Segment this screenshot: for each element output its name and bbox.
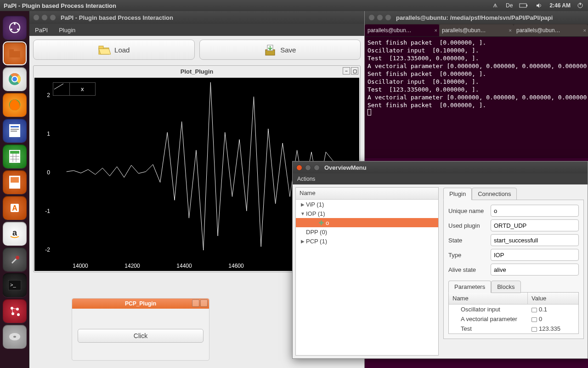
window-titlebar[interactable]: PaPI - Plugin based Process Interaction — [29, 11, 364, 24]
maximize-icon[interactable] — [200, 299, 208, 307]
svg-rect-19 — [11, 131, 17, 132]
alive-label: Alive state — [448, 266, 491, 273]
svg-text:>_: >_ — [10, 282, 16, 288]
alive-field[interactable] — [491, 264, 579, 276]
tree-header[interactable]: Name — [296, 188, 438, 200]
tree-item[interactable]: DPP (0) — [296, 227, 438, 236]
terminal-icon[interactable]: >_ — [3, 273, 27, 297]
svg-point-6 — [11, 29, 12, 30]
close-icon[interactable]: × — [435, 28, 437, 33]
plot-title: Plot_Plugin — [181, 68, 214, 75]
unity-top-panel: PaPI - Plugin based Process Interaction … — [0, 0, 588, 11]
svg-rect-3 — [580, 3, 581, 5]
settings-icon[interactable] — [3, 247, 27, 271]
svg-rect-43 — [99, 46, 103, 49]
pcp-title: PCP_Plugin — [125, 300, 156, 307]
disk-icon[interactable] — [3, 325, 27, 349]
chrome-icon[interactable] — [3, 67, 27, 91]
window-controls[interactable] — [296, 165, 320, 171]
menu-actions[interactable]: Actions — [297, 176, 315, 182]
window-controls[interactable] — [33, 14, 56, 21]
unique-name-label: Unique name — [448, 207, 491, 214]
save-label: Save — [280, 46, 296, 54]
table-row[interactable]: A vectorial parameter0 — [449, 314, 578, 324]
tab-parameters[interactable]: Parameters — [448, 281, 491, 293]
parameters-table: NameValue Oscillator input0.1A vectorial… — [448, 292, 579, 334]
table-row[interactable]: Oscillator input0.1 — [449, 305, 578, 314]
unique-name-field[interactable] — [491, 205, 579, 217]
svg-point-37 — [17, 313, 20, 316]
svg-text:A: A — [12, 204, 17, 212]
overview-menubar: Actions — [293, 173, 588, 184]
session-icon[interactable] — [577, 2, 584, 9]
overview-window: OverviewMenu Actions Name ▶ViP (1)▼IOP (… — [292, 161, 588, 359]
save-button[interactable]: Save — [199, 40, 361, 60]
keyboard-layout[interactable]: De — [506, 2, 513, 9]
click-button[interactable]: Click — [78, 329, 204, 343]
dash-icon[interactable] — [3, 16, 27, 40]
svg-rect-21 — [10, 151, 19, 154]
type-field[interactable] — [491, 249, 579, 261]
calc-icon[interactable] — [3, 144, 27, 168]
firefox-icon[interactable] — [3, 93, 27, 117]
tree-item[interactable]: ▼IOP (1) — [296, 209, 438, 218]
used-plugin-label: Used plugin — [448, 222, 491, 229]
terminal-output[interactable]: Sent finish packet [0.000000, ]. Oscilla… — [365, 37, 588, 119]
window-controls[interactable] — [368, 14, 391, 21]
files-icon[interactable] — [3, 41, 27, 65]
battery-icon[interactable] — [519, 3, 529, 8]
unity-launcher: A a >_ — [0, 11, 29, 368]
col-name[interactable]: Name — [449, 293, 528, 304]
svg-rect-27 — [11, 177, 19, 183]
close-icon[interactable]: × — [509, 28, 512, 33]
minimize-icon[interactable] — [192, 299, 199, 307]
tree-item[interactable]: ▶ViP (1) — [296, 200, 438, 209]
terminal-titlebar[interactable]: parallels@ubuntu: /media/psf/Home/svn/Pa… — [365, 11, 588, 24]
load-button[interactable]: Load — [33, 40, 195, 60]
svg-rect-18 — [11, 129, 19, 130]
state-field[interactable] — [491, 234, 579, 246]
clock[interactable]: 2:46 AM — [549, 2, 571, 9]
terminal-tab[interactable]: parallels@ubun…× — [514, 24, 588, 36]
terminal-tabs: parallels@ubun…× parallels@ubun…× parall… — [365, 24, 588, 37]
volume-icon[interactable] — [536, 2, 543, 9]
table-row[interactable]: Test123.335 — [449, 324, 578, 334]
tree-item[interactable]: ▶PCP (1) — [296, 236, 438, 246]
svg-rect-0 — [520, 4, 526, 7]
plugin-tree: Name ▶ViP (1)▼IOP (1)✚oDPP (0)▶PCP (1) — [295, 187, 439, 356]
tab-plugin[interactable]: Plugin — [443, 188, 472, 200]
col-value[interactable]: Value — [528, 293, 578, 304]
maximize-icon[interactable]: ▢ — [351, 67, 358, 75]
svg-rect-1 — [526, 5, 527, 6]
menu-papi[interactable]: PaPI — [29, 27, 53, 34]
load-label: Load — [114, 46, 130, 54]
svg-rect-9 — [9, 49, 14, 52]
tree-item[interactable]: ✚o — [296, 218, 438, 227]
save-icon — [264, 43, 277, 56]
folder-open-icon — [98, 43, 111, 56]
terminal-window: parallels@ubuntu: /media/psf/Home/svn/Pa… — [365, 11, 588, 158]
minimize-icon[interactable]: – — [343, 67, 350, 75]
type-label: Type — [448, 252, 491, 259]
terminal-title: parallels@ubuntu: /media/psf/Home/svn/Pa… — [396, 14, 553, 21]
impress-icon[interactable] — [3, 170, 27, 194]
menu-plugin[interactable]: Plugin — [53, 27, 81, 34]
toolbar: Load Save — [29, 36, 364, 63]
papi-app-icon[interactable] — [3, 299, 27, 323]
network-icon[interactable] — [492, 2, 499, 9]
terminal-tab[interactable]: parallels@ubun…× — [365, 24, 440, 36]
close-icon[interactable]: × — [583, 28, 586, 33]
plugin-panel: Unique name Used plugin State Type Alive… — [443, 200, 584, 339]
overview-titlebar[interactable]: OverviewMenu — [293, 161, 588, 173]
used-plugin-field[interactable] — [491, 219, 579, 231]
amazon-icon[interactable]: a — [3, 222, 27, 246]
terminal-tab[interactable]: parallels@ubun…× — [439, 24, 514, 36]
plot-titlebar[interactable]: Plot_Plugin –▢ — [34, 66, 360, 77]
svg-point-7 — [17, 29, 19, 30]
software-center-icon[interactable]: A — [3, 196, 27, 220]
tab-blocks[interactable]: Blocks — [491, 281, 520, 293]
pcp-titlebar[interactable]: PCP_Plugin — [72, 299, 209, 309]
writer-icon[interactable] — [3, 119, 27, 143]
tab-connections[interactable]: Connections — [472, 188, 517, 200]
active-window-title: PaPI - Plugin based Process Interaction — [4, 2, 116, 9]
